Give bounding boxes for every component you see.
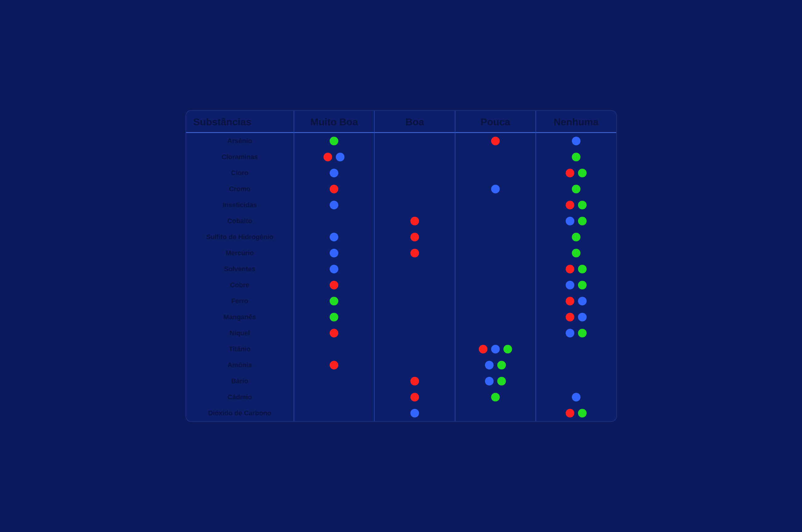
row-label: Bário: [186, 373, 294, 389]
data-cell: [455, 213, 535, 229]
row-label: Manganês: [186, 309, 294, 325]
data-cell: [374, 229, 455, 245]
dots-group: [409, 249, 420, 258]
dots-group: [328, 249, 340, 258]
table-grid: Substâncias Muito Boa Boa Pouca Nenhuma …: [186, 111, 616, 421]
green-dot: [578, 265, 587, 273]
dots-group: [564, 265, 588, 273]
dots-group: [328, 169, 340, 177]
data-cell: [294, 341, 375, 357]
dots-group: [564, 297, 588, 305]
green-dot: [578, 329, 587, 338]
green-dot: [491, 393, 500, 401]
red-dot: [411, 217, 419, 225]
dots-group: [564, 169, 588, 177]
data-cell: [294, 293, 375, 309]
dots-group: [571, 185, 582, 193]
green-dot: [578, 281, 587, 289]
data-cell: [374, 309, 455, 325]
dots-group: [328, 233, 340, 241]
blue-dot: [578, 297, 587, 305]
dots-group: [490, 393, 501, 401]
main-table: Substâncias Muito Boa Boa Pouca Nenhuma …: [185, 110, 617, 422]
dots-group: [322, 153, 346, 161]
data-cell: [455, 341, 535, 357]
red-dot: [566, 265, 574, 273]
red-dot: [566, 409, 574, 417]
data-cell: [374, 181, 455, 197]
data-cell: [535, 309, 616, 325]
data-cell: [374, 357, 455, 373]
dots-group: [409, 377, 420, 385]
data-cell: [455, 293, 535, 309]
row-label: Níquel: [186, 325, 294, 341]
row-label: Cromo: [186, 181, 294, 197]
data-cell: [535, 373, 616, 389]
data-cell: [535, 245, 616, 261]
data-cell: [535, 277, 616, 293]
data-cell: [294, 277, 375, 293]
dots-group: [564, 329, 588, 338]
red-dot: [566, 297, 574, 305]
data-cell: [374, 277, 455, 293]
data-cell: [535, 181, 616, 197]
green-dot: [578, 169, 587, 177]
blue-dot: [330, 265, 338, 273]
green-dot: [497, 361, 506, 369]
dots-group: [409, 393, 420, 401]
data-cell: [374, 405, 455, 421]
data-cell: [294, 357, 375, 373]
data-cell: [535, 197, 616, 213]
data-cell: [374, 197, 455, 213]
green-dot: [578, 217, 587, 225]
blue-dot: [491, 185, 500, 193]
data-cell: [455, 133, 535, 149]
data-cell: [374, 373, 455, 389]
green-dot: [330, 297, 338, 305]
dots-group: [564, 313, 588, 321]
blue-dot: [572, 137, 581, 145]
dots-group: [328, 185, 340, 193]
dots-group: [409, 409, 420, 417]
row-label: Ferro: [186, 293, 294, 309]
data-cell: [294, 325, 375, 341]
data-cell: [374, 133, 455, 149]
blue-dot: [566, 329, 574, 338]
data-cell: [535, 357, 616, 373]
data-cell: [294, 181, 375, 197]
data-cell: [294, 309, 375, 325]
data-cell: [455, 357, 535, 373]
data-cell: [294, 197, 375, 213]
data-cell: [374, 389, 455, 405]
header-nenhuma: Nenhuma: [535, 111, 616, 133]
row-label: Cobalto: [186, 213, 294, 229]
data-cell: [535, 325, 616, 341]
blue-dot: [330, 233, 338, 241]
dots-group: [571, 153, 582, 161]
blue-dot: [330, 169, 338, 177]
data-cell: [535, 261, 616, 277]
data-cell: [455, 181, 535, 197]
green-dot: [497, 377, 506, 385]
dots-group: [409, 233, 420, 241]
blue-dot: [330, 249, 338, 258]
data-cell: [294, 405, 375, 421]
data-cell: [294, 213, 375, 229]
data-cell: [455, 165, 535, 181]
green-dot: [572, 233, 581, 241]
blue-dot: [485, 377, 494, 385]
dots-group: [490, 137, 501, 145]
header-pouca: Pouca: [455, 111, 535, 133]
data-cell: [535, 405, 616, 421]
blue-dot: [411, 409, 419, 417]
data-cell: [294, 149, 375, 165]
data-cell: [374, 213, 455, 229]
data-cell: [455, 149, 535, 165]
header-substancias: Substâncias: [186, 111, 294, 133]
data-cell: [294, 373, 375, 389]
dots-group: [564, 201, 588, 209]
data-cell: [294, 229, 375, 245]
data-cell: [294, 165, 375, 181]
red-dot: [411, 249, 419, 258]
row-label: Cádmio: [186, 389, 294, 405]
